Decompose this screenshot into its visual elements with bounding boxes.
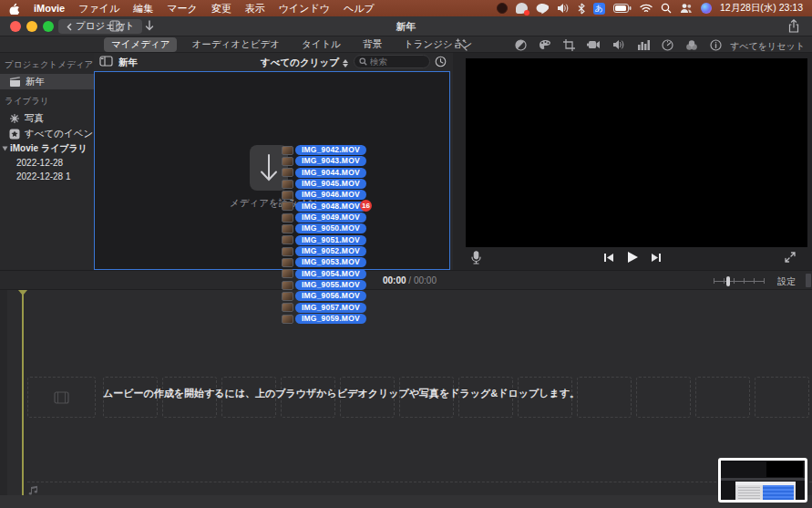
sidebar-item-imovie-library[interactable]: iMovie ライブラリ xyxy=(0,141,94,156)
app-badge-icon[interactable] xyxy=(516,3,528,14)
sidebar-project-label: 新年 xyxy=(26,76,45,88)
sidebar-all-events-label: すべてのイベント xyxy=(25,128,103,140)
next-frame-button[interactable] xyxy=(651,253,662,263)
viewer-adjust-icons xyxy=(515,36,722,53)
drag-file-row: IMG_9054.MOV xyxy=(282,269,366,279)
screen-preview-mini-window[interactable] xyxy=(718,458,807,503)
drag-file-label: IMG_9056.MOV xyxy=(295,291,366,301)
screen-record-icon[interactable] xyxy=(497,3,508,14)
drag-file-row: IMG_9059.MOV xyxy=(282,314,366,324)
playhead-line[interactable] xyxy=(22,291,24,495)
tab-my-media[interactable]: マイメディア xyxy=(104,37,177,52)
clip-filter-dropdown[interactable]: すべてのクリップ xyxy=(261,57,348,69)
bluetooth-icon[interactable] xyxy=(578,3,585,15)
fullscreen-icon[interactable] xyxy=(785,252,796,263)
tab-titles[interactable]: タイトル xyxy=(294,37,348,52)
video-thumbnail xyxy=(282,213,293,223)
video-thumbnail xyxy=(282,202,293,211)
browser-title: 新年 xyxy=(118,57,138,69)
previous-frame-button[interactable] xyxy=(603,253,614,263)
menu-item-window[interactable]: ウインドウ xyxy=(279,2,330,16)
drag-file-label: IMG_9052.MOV xyxy=(295,246,366,256)
spotlight-icon[interactable] xyxy=(661,3,672,14)
fast-user-switch-icon[interactable] xyxy=(680,3,693,14)
play-button[interactable] xyxy=(626,251,639,264)
menu-item-mark[interactable]: マーク xyxy=(167,2,198,16)
volume-adjust-icon[interactable] xyxy=(612,39,625,50)
timeline-settings-button[interactable]: 設定 xyxy=(777,275,796,288)
tab-backgrounds[interactable]: 背景 xyxy=(355,37,389,52)
photos-pinwheel-icon xyxy=(9,113,20,124)
apple-menu-icon[interactable] xyxy=(9,3,20,15)
menu-item-modify[interactable]: 変更 xyxy=(211,2,231,16)
color-correction-icon[interactable] xyxy=(539,39,551,51)
video-thumbnail xyxy=(282,180,293,189)
sidebar-item-project[interactable]: 新年 xyxy=(0,74,94,89)
drag-file-label: IMG_9043.MOV xyxy=(295,156,366,166)
volume-icon[interactable] xyxy=(557,3,570,14)
timeline[interactable]: ムービーの作成を開始するには、上のブラウザからビデオクリップや写真をドラッグ&ド… xyxy=(0,290,812,508)
crop-icon[interactable] xyxy=(563,39,575,51)
clip-placeholder[interactable] xyxy=(755,377,809,418)
library-header: ライブラリ xyxy=(0,89,94,110)
media-browser-pane[interactable]: メディアを読み込む xyxy=(94,71,450,270)
drag-file-label: IMG_9057.MOV xyxy=(295,303,366,313)
drag-file-row: IMG_9046.MOV xyxy=(282,190,366,200)
menu-item-file[interactable]: ファイル xyxy=(78,2,119,16)
drag-file-row: IMG_9048.MOV xyxy=(282,202,366,212)
search-input[interactable] xyxy=(370,57,423,67)
sidebar-item-photos[interactable]: 写真 xyxy=(0,110,94,126)
input-source-badge[interactable]: あ xyxy=(593,3,605,15)
search-field[interactable] xyxy=(354,55,430,68)
timeline-empty-message: ムービーの作成を開始するには、上のブラウザからビデオクリップや写真をドラッグ&ド… xyxy=(103,387,580,400)
viewer-screen xyxy=(466,58,807,247)
menu-bar-clock[interactable]: 12月28日(水) 23:13 xyxy=(720,2,803,15)
timeline-zoom-slider[interactable] xyxy=(714,279,765,283)
sidebar-event-1[interactable]: 2022-12-28 xyxy=(0,156,94,170)
line-app-icon[interactable] xyxy=(536,3,549,15)
video-thumbnail xyxy=(282,281,293,290)
timeline-bottom-bar xyxy=(0,495,812,508)
menu-item-app[interactable]: iMovie xyxy=(34,3,65,14)
video-thumbnail xyxy=(282,146,293,155)
menu-item-help[interactable]: ヘルプ xyxy=(344,2,375,16)
sidebar-toggle-icon[interactable] xyxy=(99,56,113,67)
wifi-icon[interactable] xyxy=(640,4,653,14)
drag-file-row: IMG_9052.MOV xyxy=(282,246,366,256)
reset-all-button[interactable]: すべてをリセット xyxy=(730,40,805,53)
sidebar-event-2[interactable]: 2022-12-28 1 xyxy=(0,170,94,183)
clip-filter-icon[interactable] xyxy=(685,39,698,51)
stabilization-icon[interactable] xyxy=(587,39,601,50)
drag-file-label: IMG_9053.MOV xyxy=(295,257,366,267)
noise-reduction-icon[interactable] xyxy=(637,39,650,50)
siri-icon[interactable] xyxy=(701,3,712,14)
share-icon[interactable] xyxy=(788,19,799,33)
drag-file-row: IMG_9053.MOV xyxy=(282,257,366,267)
menu-bar: iMovie ファイル 編集 マーク 変更 表示 ウインドウ ヘルプ あ xyxy=(0,0,812,16)
color-balance-icon[interactable] xyxy=(515,39,527,51)
duration-filter-icon[interactable] xyxy=(435,56,447,67)
clip-placeholder[interactable] xyxy=(695,377,750,418)
clip-placeholder[interactable] xyxy=(636,377,691,418)
clip-placeholder[interactable] xyxy=(577,377,632,418)
info-icon[interactable] xyxy=(710,39,722,51)
drag-file-label: IMG_9048.MOV xyxy=(295,202,366,212)
menu-item-edit[interactable]: 編集 xyxy=(133,2,153,16)
zoom-slider-thumb[interactable] xyxy=(726,276,730,286)
speed-icon[interactable] xyxy=(662,39,673,51)
video-thumbnail xyxy=(282,258,293,267)
disclosure-chevron-icon[interactable] xyxy=(3,147,8,151)
drag-file-row: IMG_9051.MOV xyxy=(282,235,366,245)
timecode-current: 00:00 xyxy=(383,275,406,285)
search-icon xyxy=(359,57,367,66)
menu-item-view[interactable]: 表示 xyxy=(245,2,265,16)
mini-toolbar-strip xyxy=(721,478,805,481)
sidebar-item-all-events[interactable]: すべてのイベント xyxy=(0,126,94,141)
video-thumbnail xyxy=(282,157,293,166)
clip-placeholder-first[interactable] xyxy=(27,377,96,418)
video-thumbnail xyxy=(282,224,293,233)
battery-icon[interactable] xyxy=(613,4,632,13)
auto-enhance-icon[interactable] xyxy=(455,38,468,51)
tab-audio-and-video[interactable]: オーディオとビデオ xyxy=(184,37,286,52)
browser-header: 新年 すべてのクリップ xyxy=(94,53,450,71)
